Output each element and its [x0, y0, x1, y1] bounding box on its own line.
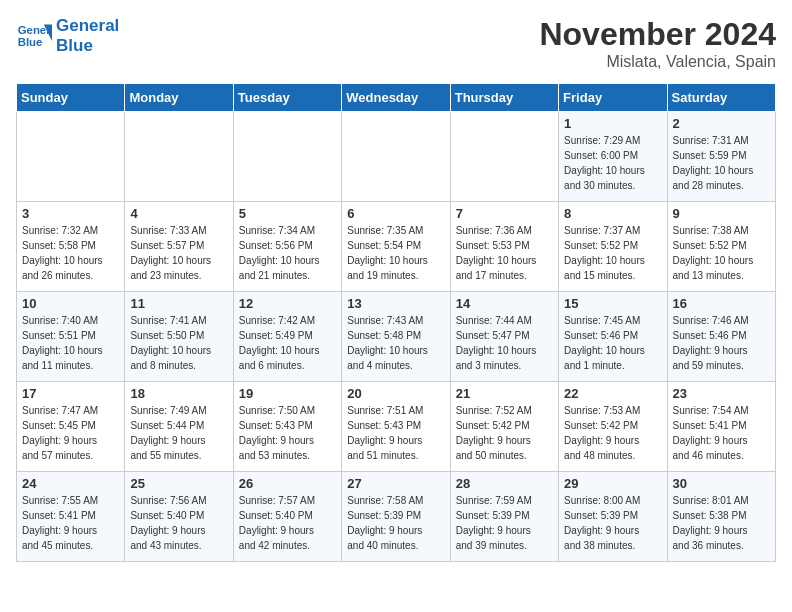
day-number: 29 — [564, 476, 661, 491]
day-info: Sunrise: 7:44 AM Sunset: 5:47 PM Dayligh… — [456, 313, 553, 373]
day-info: Sunrise: 8:00 AM Sunset: 5:39 PM Dayligh… — [564, 493, 661, 553]
day-number: 24 — [22, 476, 119, 491]
calendar-cell — [233, 112, 341, 202]
day-info: Sunrise: 7:29 AM Sunset: 6:00 PM Dayligh… — [564, 133, 661, 193]
calendar-cell: 13Sunrise: 7:43 AM Sunset: 5:48 PM Dayli… — [342, 292, 450, 382]
day-number: 16 — [673, 296, 770, 311]
logo-line2: Blue — [56, 36, 119, 56]
calendar-cell: 24Sunrise: 7:55 AM Sunset: 5:41 PM Dayli… — [17, 472, 125, 562]
calendar-cell: 16Sunrise: 7:46 AM Sunset: 5:46 PM Dayli… — [667, 292, 775, 382]
week-row-5: 24Sunrise: 7:55 AM Sunset: 5:41 PM Dayli… — [17, 472, 776, 562]
day-number: 12 — [239, 296, 336, 311]
day-number: 22 — [564, 386, 661, 401]
weekday-monday: Monday — [125, 84, 233, 112]
calendar-cell: 9Sunrise: 7:38 AM Sunset: 5:52 PM Daylig… — [667, 202, 775, 292]
calendar-cell: 19Sunrise: 7:50 AM Sunset: 5:43 PM Dayli… — [233, 382, 341, 472]
day-info: Sunrise: 7:33 AM Sunset: 5:57 PM Dayligh… — [130, 223, 227, 283]
page-header: General Blue General Blue November 2024 … — [16, 16, 776, 71]
logo-line1: General — [56, 16, 119, 36]
day-number: 3 — [22, 206, 119, 221]
calendar-cell: 17Sunrise: 7:47 AM Sunset: 5:45 PM Dayli… — [17, 382, 125, 472]
day-info: Sunrise: 7:38 AM Sunset: 5:52 PM Dayligh… — [673, 223, 770, 283]
calendar-cell: 8Sunrise: 7:37 AM Sunset: 5:52 PM Daylig… — [559, 202, 667, 292]
calendar-cell: 1Sunrise: 7:29 AM Sunset: 6:00 PM Daylig… — [559, 112, 667, 202]
day-number: 1 — [564, 116, 661, 131]
day-number: 9 — [673, 206, 770, 221]
day-number: 4 — [130, 206, 227, 221]
day-number: 30 — [673, 476, 770, 491]
calendar-cell: 7Sunrise: 7:36 AM Sunset: 5:53 PM Daylig… — [450, 202, 558, 292]
day-info: Sunrise: 7:45 AM Sunset: 5:46 PM Dayligh… — [564, 313, 661, 373]
day-info: Sunrise: 8:01 AM Sunset: 5:38 PM Dayligh… — [673, 493, 770, 553]
day-info: Sunrise: 7:55 AM Sunset: 5:41 PM Dayligh… — [22, 493, 119, 553]
calendar-cell: 18Sunrise: 7:49 AM Sunset: 5:44 PM Dayli… — [125, 382, 233, 472]
day-info: Sunrise: 7:47 AM Sunset: 5:45 PM Dayligh… — [22, 403, 119, 463]
weekday-wednesday: Wednesday — [342, 84, 450, 112]
day-info: Sunrise: 7:43 AM Sunset: 5:48 PM Dayligh… — [347, 313, 444, 373]
day-info: Sunrise: 7:46 AM Sunset: 5:46 PM Dayligh… — [673, 313, 770, 373]
day-number: 26 — [239, 476, 336, 491]
day-info: Sunrise: 7:56 AM Sunset: 5:40 PM Dayligh… — [130, 493, 227, 553]
day-info: Sunrise: 7:32 AM Sunset: 5:58 PM Dayligh… — [22, 223, 119, 283]
day-number: 18 — [130, 386, 227, 401]
calendar-cell: 15Sunrise: 7:45 AM Sunset: 5:46 PM Dayli… — [559, 292, 667, 382]
day-number: 17 — [22, 386, 119, 401]
week-row-4: 17Sunrise: 7:47 AM Sunset: 5:45 PM Dayli… — [17, 382, 776, 472]
day-number: 25 — [130, 476, 227, 491]
calendar-cell — [450, 112, 558, 202]
calendar-cell: 4Sunrise: 7:33 AM Sunset: 5:57 PM Daylig… — [125, 202, 233, 292]
calendar-cell: 23Sunrise: 7:54 AM Sunset: 5:41 PM Dayli… — [667, 382, 775, 472]
calendar-cell — [125, 112, 233, 202]
day-info: Sunrise: 7:42 AM Sunset: 5:49 PM Dayligh… — [239, 313, 336, 373]
day-number: 14 — [456, 296, 553, 311]
calendar-subtitle: Mislata, Valencia, Spain — [539, 53, 776, 71]
weekday-header-row: SundayMondayTuesdayWednesdayThursdayFrid… — [17, 84, 776, 112]
calendar-cell: 14Sunrise: 7:44 AM Sunset: 5:47 PM Dayli… — [450, 292, 558, 382]
day-number: 13 — [347, 296, 444, 311]
calendar-cell: 21Sunrise: 7:52 AM Sunset: 5:42 PM Dayli… — [450, 382, 558, 472]
calendar-cell — [17, 112, 125, 202]
calendar-cell: 27Sunrise: 7:58 AM Sunset: 5:39 PM Dayli… — [342, 472, 450, 562]
day-info: Sunrise: 7:41 AM Sunset: 5:50 PM Dayligh… — [130, 313, 227, 373]
day-info: Sunrise: 7:34 AM Sunset: 5:56 PM Dayligh… — [239, 223, 336, 283]
logo: General Blue General Blue — [16, 16, 119, 57]
weekday-sunday: Sunday — [17, 84, 125, 112]
day-info: Sunrise: 7:36 AM Sunset: 5:53 PM Dayligh… — [456, 223, 553, 283]
day-info: Sunrise: 7:57 AM Sunset: 5:40 PM Dayligh… — [239, 493, 336, 553]
day-number: 7 — [456, 206, 553, 221]
day-info: Sunrise: 7:35 AM Sunset: 5:54 PM Dayligh… — [347, 223, 444, 283]
calendar-title: November 2024 — [539, 16, 776, 53]
calendar-cell: 20Sunrise: 7:51 AM Sunset: 5:43 PM Dayli… — [342, 382, 450, 472]
day-number: 11 — [130, 296, 227, 311]
weekday-tuesday: Tuesday — [233, 84, 341, 112]
calendar-cell: 12Sunrise: 7:42 AM Sunset: 5:49 PM Dayli… — [233, 292, 341, 382]
week-row-2: 3Sunrise: 7:32 AM Sunset: 5:58 PM Daylig… — [17, 202, 776, 292]
day-number: 2 — [673, 116, 770, 131]
weekday-saturday: Saturday — [667, 84, 775, 112]
day-number: 28 — [456, 476, 553, 491]
calendar-cell: 28Sunrise: 7:59 AM Sunset: 5:39 PM Dayli… — [450, 472, 558, 562]
calendar-table: SundayMondayTuesdayWednesdayThursdayFrid… — [16, 83, 776, 562]
day-info: Sunrise: 7:37 AM Sunset: 5:52 PM Dayligh… — [564, 223, 661, 283]
day-info: Sunrise: 7:52 AM Sunset: 5:42 PM Dayligh… — [456, 403, 553, 463]
day-number: 23 — [673, 386, 770, 401]
calendar-cell: 5Sunrise: 7:34 AM Sunset: 5:56 PM Daylig… — [233, 202, 341, 292]
day-number: 10 — [22, 296, 119, 311]
day-info: Sunrise: 7:49 AM Sunset: 5:44 PM Dayligh… — [130, 403, 227, 463]
day-number: 20 — [347, 386, 444, 401]
calendar-cell: 3Sunrise: 7:32 AM Sunset: 5:58 PM Daylig… — [17, 202, 125, 292]
day-info: Sunrise: 7:58 AM Sunset: 5:39 PM Dayligh… — [347, 493, 444, 553]
calendar-cell: 6Sunrise: 7:35 AM Sunset: 5:54 PM Daylig… — [342, 202, 450, 292]
day-number: 21 — [456, 386, 553, 401]
day-info: Sunrise: 7:59 AM Sunset: 5:39 PM Dayligh… — [456, 493, 553, 553]
day-info: Sunrise: 7:40 AM Sunset: 5:51 PM Dayligh… — [22, 313, 119, 373]
calendar-cell: 2Sunrise: 7:31 AM Sunset: 5:59 PM Daylig… — [667, 112, 775, 202]
day-info: Sunrise: 7:50 AM Sunset: 5:43 PM Dayligh… — [239, 403, 336, 463]
week-row-1: 1Sunrise: 7:29 AM Sunset: 6:00 PM Daylig… — [17, 112, 776, 202]
weekday-thursday: Thursday — [450, 84, 558, 112]
calendar-cell: 22Sunrise: 7:53 AM Sunset: 5:42 PM Dayli… — [559, 382, 667, 472]
calendar-cell: 10Sunrise: 7:40 AM Sunset: 5:51 PM Dayli… — [17, 292, 125, 382]
calendar-cell: 29Sunrise: 8:00 AM Sunset: 5:39 PM Dayli… — [559, 472, 667, 562]
day-number: 5 — [239, 206, 336, 221]
calendar-cell — [342, 112, 450, 202]
